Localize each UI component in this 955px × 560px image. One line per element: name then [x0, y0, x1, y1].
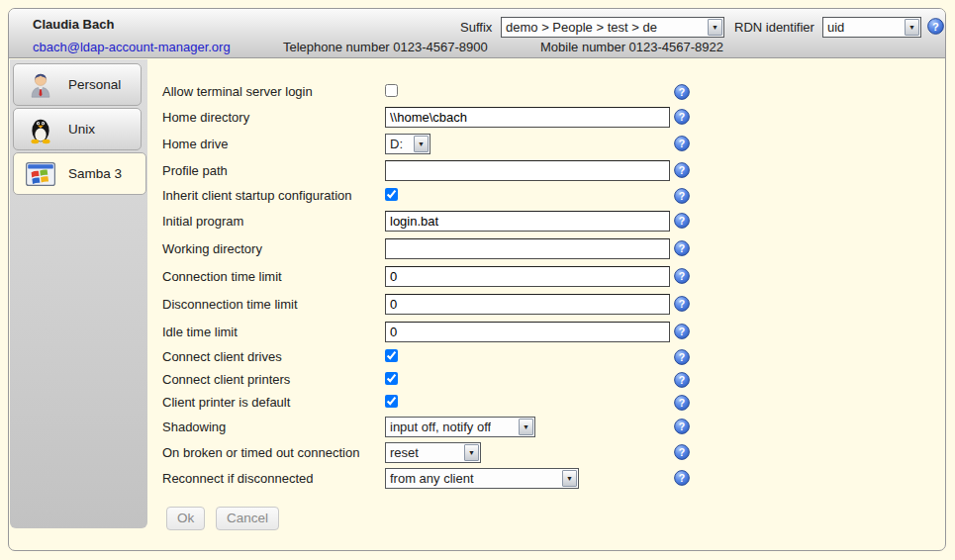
shadowing-label: Shadowing — [162, 420, 385, 434]
client-printer-is-default-control-cell — [385, 395, 674, 411]
reconnect-if-disconnected-select-value: from any client — [390, 471, 474, 486]
account-edit-window: Claudia Bach Suffix demo > People > test… — [8, 8, 946, 551]
help-icon[interactable] — [674, 213, 690, 229]
form-row: Home driveD:▼ — [162, 131, 855, 156]
help-icon[interactable] — [674, 444, 690, 460]
home-directory-input[interactable] — [385, 107, 670, 128]
help-icon[interactable] — [674, 188, 690, 204]
on-broken-or-timed-out-connection-select-value: reset — [390, 445, 419, 460]
person-icon — [26, 70, 55, 100]
ok-button[interactable]: Ok — [166, 507, 205, 530]
disconnection-time-limit-control-cell — [385, 294, 674, 315]
profile-path-label: Profile path — [162, 163, 385, 178]
suffix-label: Suffix — [460, 20, 492, 35]
profile-path-control-cell — [385, 160, 674, 181]
form-row: Reconnect if disconnectedfrom any client… — [162, 465, 855, 491]
dropdown-arrow-icon: ▼ — [905, 19, 919, 36]
tab-unix-label: Unix — [68, 122, 95, 137]
help-icon[interactable] — [674, 240, 690, 256]
help-icon[interactable] — [674, 324, 690, 339]
home-drive-label: Home drive — [162, 137, 385, 151]
connect-client-drives-checkbox[interactable] — [385, 349, 398, 362]
connect-client-printers-checkbox[interactable] — [385, 372, 398, 385]
form-row: Shadowinginput off, notify off▼ — [162, 414, 855, 439]
shadowing-control-cell: input off, notify off▼ — [385, 417, 674, 437]
help-icon[interactable] — [674, 349, 690, 365]
email-link[interactable]: cbach@ldap-account-manager.org — [33, 40, 231, 54]
tab-unix[interactable]: Unix — [13, 108, 142, 150]
on-broken-or-timed-out-connection-select[interactable]: reset▼ — [385, 442, 481, 463]
shadowing-select[interactable]: input off, notify off▼ — [385, 417, 535, 437]
initial-program-label: Initial program — [162, 214, 385, 229]
help-icon[interactable] — [674, 470, 690, 486]
home-drive-control-cell: D:▼ — [385, 134, 674, 154]
help-icon[interactable] — [674, 109, 690, 125]
suffix-select[interactable]: demo > People > test > de ▼ — [501, 17, 724, 38]
initial-program-input[interactable] — [385, 211, 670, 232]
samba3-form: Allow terminal server loginHome director… — [162, 80, 855, 530]
rdn-identifier-select[interactable]: uid ▼ — [822, 17, 921, 38]
tab-personal-label: Personal — [68, 77, 121, 92]
dropdown-arrow-icon: ▼ — [519, 419, 533, 435]
form-row: Idle time limit — [162, 318, 855, 345]
form-row: Initial program — [162, 207, 855, 234]
allow-terminal-server-login-label: Allow terminal server login — [162, 84, 385, 99]
connection-time-limit-control-cell — [385, 266, 674, 287]
help-icon[interactable] — [674, 84, 690, 100]
inherit-client-startup-configuration-checkbox[interactable] — [385, 188, 398, 201]
on-broken-or-timed-out-connection-control-cell: reset▼ — [385, 442, 674, 463]
help-icon[interactable] — [674, 268, 690, 284]
on-broken-or-timed-out-connection-label: On broken or timed out connection — [162, 445, 385, 460]
dropdown-arrow-icon: ▼ — [414, 136, 429, 152]
rdn-identifier-label: RDN identifier — [734, 20, 814, 35]
account-name: Claudia Bach — [33, 17, 114, 32]
help-icon[interactable] — [674, 136, 690, 151]
working-directory-input[interactable] — [385, 238, 670, 259]
windows-icon — [26, 162, 55, 186]
form-buttons: Ok Cancel — [166, 507, 855, 530]
account-header: Claudia Bach Suffix demo > People > test… — [9, 9, 945, 58]
home-drive-select[interactable]: D:▼ — [385, 134, 430, 154]
inherit-client-startup-configuration-label: Inherit client startup configuration — [162, 188, 385, 203]
connect-client-printers-control-cell — [385, 372, 674, 388]
form-row: Connection time limit — [162, 262, 855, 290]
client-printer-is-default-label: Client printer is default — [162, 395, 385, 410]
form-row: Connect client drives — [162, 345, 855, 368]
disconnection-time-limit-input[interactable] — [385, 294, 670, 315]
connect-client-drives-control-cell — [385, 349, 674, 365]
tab-samba-3[interactable]: Samba 3 — [13, 152, 146, 195]
suffix-select-value: demo > People > test > de — [506, 20, 657, 35]
form-row: Working directory — [162, 234, 855, 262]
help-icon[interactable] — [674, 162, 690, 178]
connection-time-limit-input[interactable] — [385, 266, 670, 287]
help-icon[interactable] — [674, 419, 690, 434]
allow-terminal-server-login-checkbox[interactable] — [385, 84, 398, 97]
home-directory-control-cell — [385, 107, 674, 128]
working-directory-label: Working directory — [162, 241, 385, 256]
idle-time-limit-label: Idle time limit — [162, 325, 385, 339]
tab-samba-3-label: Samba 3 — [68, 166, 122, 181]
dropdown-arrow-icon: ▼ — [708, 19, 722, 36]
help-icon[interactable] — [674, 296, 690, 312]
connection-time-limit-label: Connection time limit — [162, 269, 385, 284]
form-row: Home directory — [162, 103, 855, 131]
idle-time-limit-input[interactable] — [385, 322, 670, 342]
help-icon[interactable] — [674, 372, 690, 388]
form-row: Client printer is default — [162, 391, 855, 414]
working-directory-control-cell — [385, 238, 674, 259]
mobile-number: Mobile number 0123-4567-8922 — [540, 40, 723, 54]
inherit-client-startup-configuration-control-cell — [385, 188, 674, 204]
tux-icon — [26, 115, 55, 144]
reconnect-if-disconnected-select[interactable]: from any client▼ — [385, 468, 579, 489]
client-printer-is-default-checkbox[interactable] — [385, 395, 398, 408]
home-directory-label: Home directory — [162, 110, 385, 125]
reconnect-if-disconnected-label: Reconnect if disconnected — [162, 471, 385, 486]
cancel-button[interactable]: Cancel — [216, 507, 279, 530]
help-icon[interactable] — [927, 18, 944, 35]
home-drive-select-value: D: — [390, 137, 403, 151]
tab-personal[interactable]: Personal — [13, 63, 142, 106]
profile-path-input[interactable] — [385, 160, 670, 181]
help-icon[interactable] — [674, 395, 690, 411]
form-rows: Allow terminal server loginHome director… — [162, 80, 855, 491]
module-tab-bar: Personal Unix Samba 3 — [10, 59, 147, 528]
